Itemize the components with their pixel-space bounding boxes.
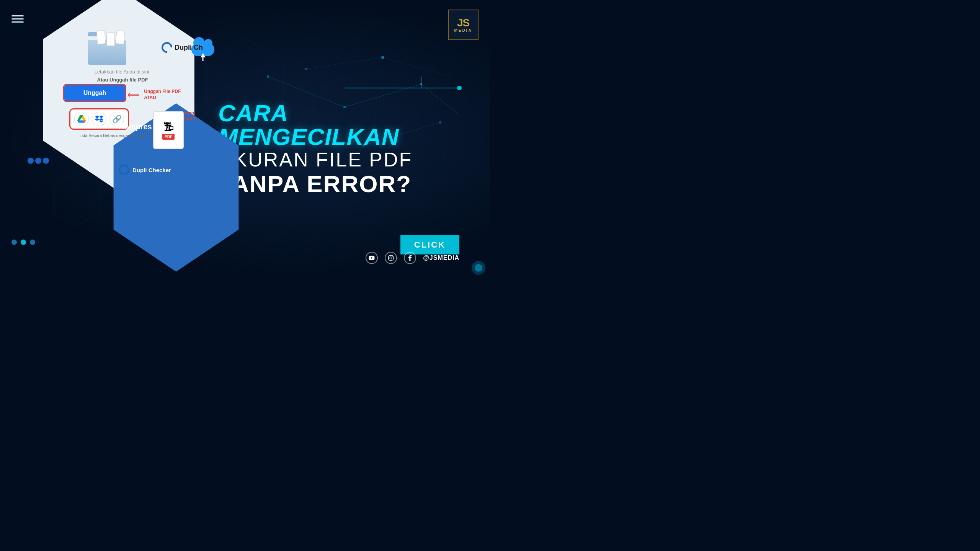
folder-papers xyxy=(97,31,124,46)
pdf-compress-icon: 🗜 PDF xyxy=(153,111,191,153)
folder-icon xyxy=(88,36,126,65)
dupli-checker-logo-bottom: Dupli Checker xyxy=(119,165,171,175)
dupli-checker-text-bottom: Dupli Checker xyxy=(132,167,171,173)
google-drive-icon[interactable] xyxy=(74,112,89,126)
dupli-checker-text: Dupli Ch xyxy=(175,44,203,52)
drop-text: Letakkan file Anda di sini! xyxy=(50,69,195,75)
pdf-paper: 🗜 PDF xyxy=(153,111,184,149)
dupli-c-icon xyxy=(159,40,175,55)
red-arrow-1: ⟸ xyxy=(127,90,140,100)
folder-body xyxy=(88,40,126,65)
title-line-2: UKURAN FILE PDF xyxy=(218,149,459,171)
right-section: CARA MENGECILKAN UKURAN FILE PDF TANPA E… xyxy=(203,0,490,276)
dupli-checker-logo-top: Dupli Ch xyxy=(162,42,203,53)
or-upload-text: Atau Unggah file PDF xyxy=(50,77,195,83)
zipper-icon: 🗜 xyxy=(163,121,174,133)
upload-button-row: Unggah ⟸ Unggah File PDF ATAU xyxy=(50,85,195,105)
title-line-1: CARA MENGECILKAN xyxy=(218,101,459,149)
main-title: CARA MENGECILKAN UKURAN FILE PDF TANPA E… xyxy=(218,78,459,197)
facebook-icon[interactable] xyxy=(404,252,416,264)
hamburger-menu[interactable] xyxy=(11,15,24,23)
social-handle: @JSMEDIA xyxy=(423,254,459,261)
logo-subtitle: MEDIA xyxy=(454,28,472,33)
paper-3 xyxy=(116,30,125,44)
dropbox-icon[interactable] xyxy=(92,112,106,126)
paper-1 xyxy=(96,30,106,44)
arrow-label-1: Unggah File PDF xyxy=(144,89,181,95)
youtube-icon[interactable] xyxy=(366,252,378,264)
pdf-badge: PDF xyxy=(162,134,175,140)
upload-arrow xyxy=(203,54,204,61)
dupli-c-icon-bottom xyxy=(116,162,132,178)
instagram-icon[interactable] xyxy=(385,252,397,264)
upload-button[interactable]: Unggah xyxy=(64,85,126,101)
dot-1 xyxy=(11,240,17,245)
arrow-label-2: ATAU xyxy=(144,95,156,101)
title-line-3: TANPA ERROR? xyxy=(218,171,459,197)
js-media-logo: JS MEDIA xyxy=(448,10,479,40)
pagination-dots xyxy=(11,240,35,245)
dot-3 xyxy=(30,240,35,245)
logo-letters: JS xyxy=(457,18,469,28)
paper-2 xyxy=(106,33,115,46)
dot-2 xyxy=(21,240,26,245)
social-bar: @JSMEDIA xyxy=(366,252,459,264)
